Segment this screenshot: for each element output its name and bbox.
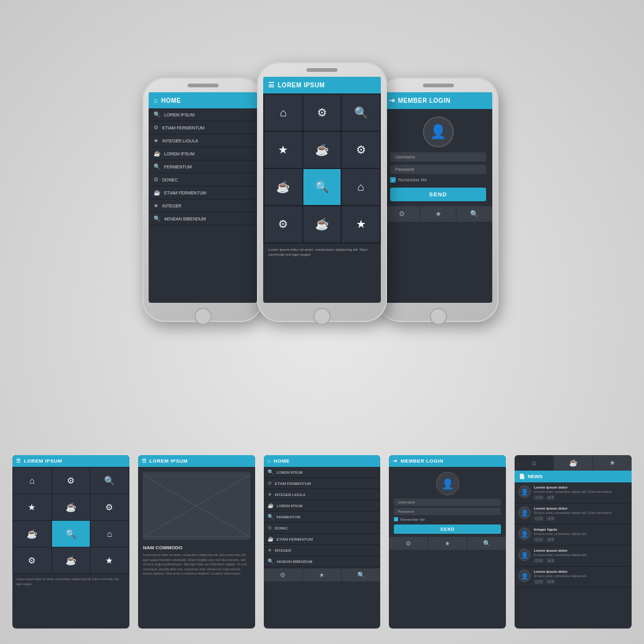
sm-menu-item-8[interactable]: ★ INTEGER [264,545,381,556]
sm-bbar-gear[interactable]: ⚙ [264,568,303,581]
menu-icon: ☰ [268,81,275,89]
sm-cell-coffee2[interactable]: ☕ [13,521,51,547]
news-sub-5: Et lacus amet, consectetur adipisci elit… [534,574,628,578]
username-field[interactable]: Username [390,152,486,162]
sm-user-avatar: 👤 [436,472,459,495]
phone-left: ⌂ HOME 🔍 LOREM IPSUM ⚙ ETIAM FERMENTUM ★… [142,77,263,322]
grid-cell-coffee1[interactable]: ☕ [303,132,341,168]
password-field[interactable]: Password [390,165,486,174]
sm-cell-gear[interactable]: ⚙ [52,468,90,494]
grid-cell-coffee2[interactable]: ☕ [264,169,302,205]
news-meta-4: ◯ 0 ▼ 0 [534,559,628,563]
sm-cell-gear3[interactable]: ⚙ [13,547,51,573]
sm-password-field[interactable]: Password [394,508,501,515]
grid-cell-gear2[interactable]: ⚙ [342,132,380,168]
bottom-search-icon[interactable]: 🔍 [456,206,492,222]
news-top-tabs: ⌂ ☕ ★ [515,455,632,471]
sm-menu-label-4: LOREM IPSUM [277,504,303,508]
tab-coffee[interactable]: ☕ [554,455,593,471]
sm-bbar-search[interactable]: 🔍 [342,568,380,581]
sm-bbar-star[interactable]: ★ [303,568,342,581]
sm-remember-me[interactable]: ✓ Remember Me [394,517,501,521]
phone-left-title: HOME [161,97,181,104]
phone-right-home-btn[interactable] [430,308,447,325]
sm-cell-home[interactable]: ⌂ [13,468,51,494]
menu-item-7[interactable]: ☕ ETIAM FERMENTUM [149,186,257,199]
news-sub-1: Et lacus amet, consectetur adipisci elit… [534,490,628,494]
menu-label-4: LOREM IPSUM [164,152,194,156]
remember-checkbox[interactable]: ✓ [390,177,396,183]
grid-cell-search1[interactable]: 🔍 [342,95,380,131]
sm-remember-checkbox[interactable]: ✓ [394,517,398,521]
sm-menu-item-1[interactable]: 🔍 LOREM IPSUM [264,467,381,478]
grid-cell-home[interactable]: ⌂ [264,95,302,131]
phone-left-screen: ⌂ HOME 🔍 LOREM IPSUM ⚙ ETIAM FERMENTUM ★… [149,92,257,303]
sm-cell-gear2[interactable]: ⚙ [90,494,129,520]
news-title-3: Integer ligula [534,528,628,531]
menu-item-1[interactable]: 🔍 LOREM IPSUM [149,108,257,121]
sm-login-bbar-search[interactable]: 🔍 [468,537,506,550]
grid-cell-star[interactable]: ★ [264,132,302,168]
menu-item-2[interactable]: ⚙ ETIAM FERMENTUM [149,121,257,134]
sm-menu-item-7[interactable]: ☕ ETIAM FERMENTUM [264,534,381,545]
small-screen-news: ⌂ ☕ ★ 📄 NEWS 👤 Lorem ipsum dolor Et lacu… [515,455,632,629]
tab-home[interactable]: ⌂ [515,455,554,471]
news-item-4[interactable]: 👤 Lorem ipsum dolor Et lacus amet, conse… [515,546,632,567]
sm-grid-title: LOREM IPSUM [24,458,63,464]
star-icon: ★ [154,137,159,144]
grid-cell-search2-active[interactable]: 🔍 [303,169,341,205]
grid-cell-gear1[interactable]: ⚙ [303,95,341,131]
sm-cell-star[interactable]: ★ [13,494,51,520]
sm-star-icon-1: ★ [268,492,272,497]
sm-login-icon: ⇥ [393,458,398,464]
news-content-1: Lorem ipsum dolor Et lacus amet, consect… [534,485,628,500]
sm-menu-item-3[interactable]: ★ INTEGER LIGULA [264,489,381,500]
sm-login-bbar-star[interactable]: ★ [429,537,468,550]
sm-menu-item-6[interactable]: ⚙ DONEC [264,523,381,534]
sm-menu-label-8: INTEGER [275,549,292,552]
sm-menu-item-5[interactable]: 🔍 FERMENTUM [264,511,381,523]
home-icon: ⌂ [154,97,158,104]
sm-cell-coffee3[interactable]: ☕ [52,547,90,573]
news-title-4: Lorem ipsum dolor [534,549,628,552]
sm-menu-item-4[interactable]: ☕ LOREM IPSUM [264,500,381,511]
menu-item-9[interactable]: 🔍 AENEAN BIBENDUM [149,212,257,225]
news-item-2[interactable]: 👤 Lorem ipsum dolor Et lacus amet, conse… [515,503,632,524]
sm-menu-item-9[interactable]: 🔍 AENEAN BIBENDUM [264,556,381,567]
news-sub-4: Et lacus amet, consectetur adipisci elit… [534,553,628,557]
bottom-star-icon[interactable]: ★ [420,206,457,222]
news-item-1[interactable]: 👤 Lorem ipsum dolor Et lacus amet, conse… [515,482,632,503]
phone-center-home-btn[interactable] [313,308,331,325]
sm-send-button[interactable]: SEND [394,524,501,534]
sm-cell-search[interactable]: 🔍 [90,468,129,494]
sm-content-menu-icon: ☰ [142,458,147,464]
grid-cell-gear3[interactable]: ⚙ [264,206,302,242]
grid-cell-home2[interactable]: ⌂ [342,169,380,205]
remember-me[interactable]: ✓ Remember Me [390,177,486,183]
sm-cell-star2[interactable]: ★ [90,547,129,573]
content-heading: NAM COMMODO [138,545,255,553]
menu-item-3[interactable]: ★ INTEGER LIGULA [149,134,257,147]
phone-speaker-left [188,84,219,87]
sm-cell-home2[interactable]: ⌂ [90,521,129,547]
grid-cell-coffee3[interactable]: ☕ [303,206,341,242]
menu-item-4[interactable]: ☕ LOREM IPSUM [149,147,257,160]
search-icon: 🔍 [154,111,160,118]
phone-left-home-btn[interactable] [194,308,212,325]
grid-cell-star2[interactable]: ★ [342,206,380,242]
tab-star[interactable]: ★ [593,455,632,471]
sm-cell-search-active[interactable]: 🔍 [52,521,90,547]
menu-item-5[interactable]: 🔍 FERMENTUM [149,160,257,173]
news-badge-5b: ▼ 0 [546,580,555,584]
sm-cell-coffee[interactable]: ☕ [52,494,90,520]
menu-item-8[interactable]: ★ INTEGER [149,199,257,212]
sm-login-bbar-gear[interactable]: ⚙ [389,537,428,550]
center-footer-text: Lorem ipsum dolor sit amet, consectetur … [263,243,381,261]
send-button[interactable]: SEND [390,188,486,201]
bottom-gear-icon[interactable]: ⚙ [384,206,420,222]
sm-menu-item-2[interactable]: ⚙ ETIAM FERMENTUM [264,478,381,489]
sm-username-field[interactable]: Username [394,498,501,506]
news-item-3[interactable]: 👤 Integer ligula Et lacus amet, consecte… [515,524,632,546]
news-item-5[interactable]: 👤 Lorem ipsum dolor Et lacus amet, conse… [515,567,632,588]
menu-item-6[interactable]: ⚙ DONEC [149,173,257,186]
